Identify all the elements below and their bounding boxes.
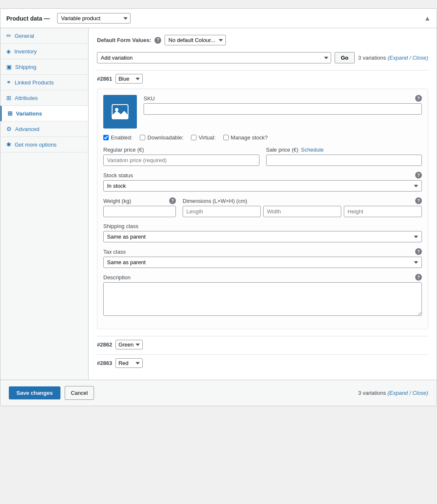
sku-help-icon[interactable]: ?: [415, 95, 422, 102]
product-type-select[interactable]: Variable product Simple product Grouped …: [57, 13, 131, 24]
sidebar-item-label: Variations: [16, 110, 42, 117]
sku-label-row: SKU ?: [144, 95, 422, 102]
stock-status-label-row: Stock status ?: [103, 172, 422, 178]
variation-2862-colour-select[interactable]: Green Blue Red: [115, 340, 143, 349]
footer-expand-close-link[interactable]: (Expand / Close): [387, 390, 428, 396]
variation-2863-colour-select[interactable]: Red Blue Green: [115, 358, 143, 368]
variation-2863-id: #2863: [97, 360, 112, 366]
description-textarea[interactable]: [103, 282, 422, 316]
dimensions-help-icon[interactable]: ?: [415, 197, 422, 204]
shipping-class-select[interactable]: Same as parent: [103, 231, 422, 242]
weight-help-icon[interactable]: ?: [169, 197, 176, 204]
height-input[interactable]: [344, 206, 422, 217]
variation-2861-header: #2861 Blue Green Red: [97, 70, 428, 85]
tax-class-label-row: Tax class ?: [103, 248, 422, 255]
stock-status-help-icon[interactable]: ?: [415, 172, 422, 178]
sku-label: SKU: [144, 95, 155, 102]
product-data-panel: Product data — Variable product Simple p…: [0, 8, 437, 406]
dimensions-inputs: [183, 206, 422, 217]
variations-count: 3 variations (Expand / Close): [358, 55, 428, 61]
weight-dims-row: Weight (kg) ? Dimensions (L×W×H) (cm) ?: [103, 197, 422, 217]
virtual-checkbox[interactable]: [191, 135, 196, 140]
description-label: Description: [103, 274, 131, 281]
sale-price-field: Sale price (€) Schedule: [266, 147, 422, 166]
sidebar-item-linked-products[interactable]: ⚭ Linked Products: [0, 75, 88, 90]
inventory-icon: ◈: [6, 48, 11, 55]
sku-field: SKU ?: [144, 95, 422, 129]
shipping-class-label: Shipping class: [103, 223, 139, 229]
sale-price-input[interactable]: [266, 155, 422, 166]
sidebar-item-attributes[interactable]: ⊞ Attributes: [0, 90, 88, 106]
stock-status-select[interactable]: In stock Out of stock On backorder: [103, 180, 422, 192]
description-help-icon[interactable]: ?: [415, 274, 422, 281]
manage-stock-checkbox[interactable]: [223, 135, 229, 140]
virtual-checkbox-label[interactable]: Virtual:: [191, 134, 215, 141]
collapse-icon[interactable]: ▲: [424, 15, 431, 22]
sidebar-item-label: General: [15, 33, 34, 39]
variation-2861-body: SKU ? Enabled: Downloadable:: [97, 89, 428, 329]
sidebar-item-advanced[interactable]: ⚙ Advanced: [0, 121, 88, 137]
variation-2862-header: #2862 Green Blue Red: [97, 336, 428, 351]
sidebar-item-label: Inventory: [14, 48, 37, 55]
link-icon: ⚭: [6, 79, 11, 86]
dimensions-label: Dimensions (L×W×H) (cm): [183, 198, 247, 204]
variation-2861-id: #2861: [97, 76, 112, 82]
save-button[interactable]: Save changes: [9, 386, 60, 399]
description-label-row: Description ?: [103, 274, 422, 281]
price-row: Regular price (€) Sale price (€) Schedul…: [103, 147, 422, 166]
tax-class-help-icon[interactable]: ?: [415, 248, 422, 255]
downloadable-checkbox[interactable]: [140, 135, 145, 140]
pencil-icon: ✏: [6, 32, 11, 39]
weight-input[interactable]: [103, 206, 176, 217]
regular-price-label: Regular price (€): [103, 147, 259, 153]
description-section: Description ?: [103, 274, 422, 317]
default-form-values-row: Default Form Values: ? No default Colour…: [97, 35, 428, 45]
dimensions-label-row: Dimensions (L×W×H) (cm) ?: [183, 197, 422, 204]
length-input[interactable]: [183, 206, 261, 217]
gear-icon: ⚙: [6, 126, 12, 132]
sidebar-item-general[interactable]: ✏ General: [0, 28, 88, 44]
sidebar-item-variations[interactable]: ⊞ Variations: [0, 106, 88, 121]
checkboxes-row: Enabled: Downloadable: Virtual: Manage s…: [103, 134, 422, 141]
go-button[interactable]: Go: [335, 52, 355, 63]
footer-right: 3 variations (Expand / Close): [358, 390, 428, 396]
sidebar-item-label: Attributes: [15, 95, 38, 101]
default-colour-select[interactable]: No default Colour...: [165, 35, 226, 45]
footer-left: Save changes Cancel: [9, 386, 94, 400]
cancel-button[interactable]: Cancel: [65, 386, 94, 400]
tax-class-select[interactable]: Same as parent: [103, 257, 422, 268]
expand-close-link[interactable]: (Expand / Close): [387, 55, 428, 61]
enabled-checkbox[interactable]: [103, 135, 109, 140]
tax-class-section: Tax class ? Same as parent: [103, 248, 422, 268]
sidebar-item-get-more-options[interactable]: ✱ Get more options: [0, 137, 88, 152]
variation-2861-top-row: SKU ?: [103, 95, 422, 129]
shipping-class-section: Shipping class Same as parent: [103, 223, 422, 242]
sidebar-item-label: Advanced: [15, 126, 39, 132]
product-data-header: Product data — Variable product Simple p…: [0, 9, 437, 28]
sidebar-item-label: Shipping: [15, 64, 37, 70]
default-form-values-help-icon[interactable]: ?: [154, 37, 161, 44]
variation-2861-colour-select[interactable]: Blue Green Red: [115, 74, 143, 84]
product-data-title: Product data —: [6, 15, 50, 22]
variations-icon: ⊞: [8, 110, 13, 117]
shipping-icon: ▣: [6, 63, 12, 70]
enabled-checkbox-label[interactable]: Enabled:: [103, 134, 132, 141]
sidebar-item-inventory[interactable]: ◈ Inventory: [0, 44, 88, 59]
weight-label-row: Weight (kg) ?: [103, 197, 176, 204]
variation-image-placeholder[interactable]: [103, 95, 137, 129]
regular-price-input[interactable]: [103, 155, 259, 166]
add-variation-row: Add variation Add variation Add all vari…: [97, 52, 428, 63]
sku-input[interactable]: [144, 103, 422, 115]
width-input[interactable]: [263, 206, 341, 217]
sidebar-item-shipping[interactable]: ▣ Shipping: [0, 59, 88, 75]
downloadable-checkbox-label[interactable]: Downloadable:: [140, 134, 183, 141]
manage-stock-checkbox-label[interactable]: Manage stock?: [223, 134, 268, 141]
sidebar-item-label: Get more options: [15, 142, 57, 148]
variation-2862-id: #2862: [97, 341, 112, 348]
default-form-values-label: Default Form Values:: [97, 37, 151, 43]
regular-price-field: Regular price (€): [103, 147, 259, 166]
stock-status-label: Stock status: [103, 172, 133, 178]
add-variation-select[interactable]: Add variation Add variation Add all vari…: [97, 52, 331, 63]
schedule-link[interactable]: Schedule: [301, 147, 324, 153]
stock-status-section: Stock status ? In stock Out of stock On …: [103, 172, 422, 192]
